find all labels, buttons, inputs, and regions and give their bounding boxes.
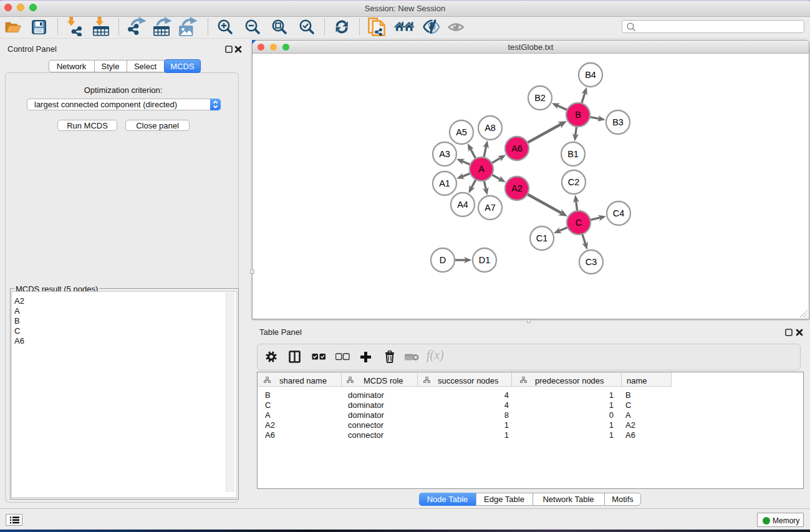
svg-text:B2: B2: [534, 93, 546, 103]
svg-text:A6: A6: [511, 143, 523, 153]
svg-text:A5: A5: [456, 127, 467, 137]
svg-text:A8: A8: [485, 123, 496, 133]
svg-text:A7: A7: [485, 203, 496, 213]
svg-text:D: D: [440, 255, 446, 265]
svg-text:B4: B4: [585, 70, 596, 80]
svg-text:D1: D1: [479, 255, 491, 265]
svg-text:C2: C2: [568, 177, 580, 187]
svg-text:C: C: [576, 218, 582, 228]
svg-text:C3: C3: [586, 257, 597, 267]
svg-text:A1: A1: [439, 178, 450, 188]
svg-text:A3: A3: [439, 149, 450, 159]
svg-text:B3: B3: [612, 117, 624, 127]
svg-text:A: A: [478, 164, 485, 174]
svg-text:C1: C1: [536, 233, 548, 243]
svg-text:A4: A4: [457, 200, 468, 210]
svg-text:C4: C4: [613, 208, 625, 218]
svg-text:A2: A2: [511, 183, 523, 193]
svg-text:B: B: [575, 110, 581, 120]
svg-text:B1: B1: [567, 149, 579, 159]
